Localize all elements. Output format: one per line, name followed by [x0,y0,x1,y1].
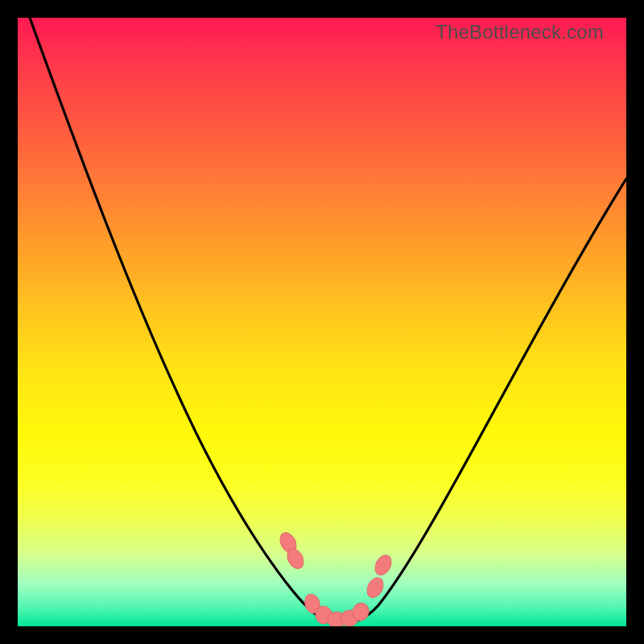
svg-point-7 [364,575,386,600]
curve-path [30,18,626,623]
trough-markers [277,530,394,626]
plot-area: TheBottleneck.com [18,18,626,626]
watermark-text: TheBottleneck.com [436,21,604,43]
bottleneck-curve [18,18,626,626]
chart-frame: TheBottleneck.com [0,0,644,644]
svg-point-8 [372,552,394,577]
